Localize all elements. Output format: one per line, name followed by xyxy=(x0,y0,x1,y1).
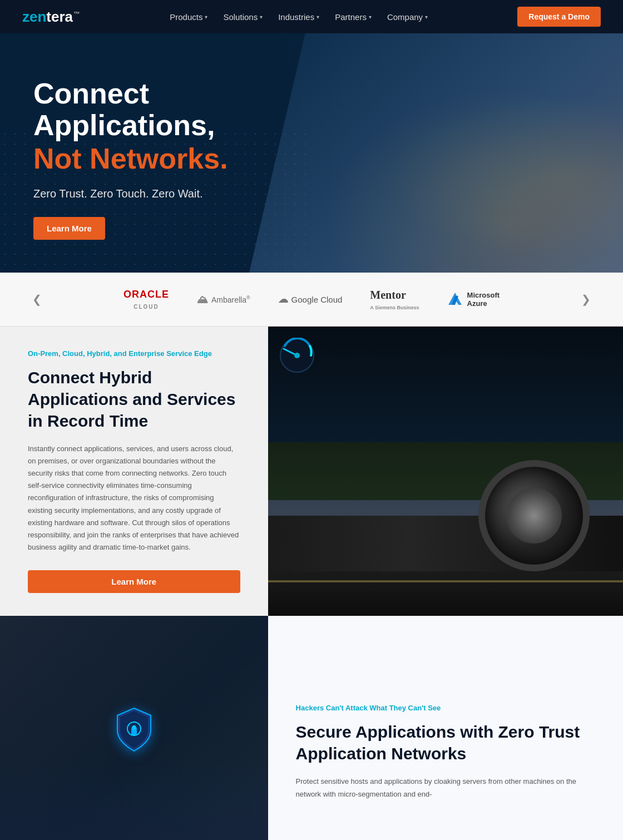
security-image xyxy=(0,616,268,840)
partner-oracle: ORACLE CLOUD xyxy=(123,289,169,310)
hero-learn-more-button[interactable]: Learn More xyxy=(33,217,105,240)
feature2-heading: Secure Applications with Zero Trust Appl… xyxy=(296,721,595,764)
logo[interactable]: zentera™ xyxy=(22,8,80,26)
logo-tera: tera xyxy=(46,8,73,25)
partners-next-button[interactable]: ❯ xyxy=(577,288,595,310)
partner-ambarella: ⛰ Ambarella® xyxy=(197,293,250,306)
chevron-down-icon: ▾ xyxy=(260,14,263,20)
cloud-icon: ☁ xyxy=(278,293,288,305)
svg-rect-17 xyxy=(131,729,137,735)
feature1-learn-more-button[interactable]: Learn More xyxy=(28,570,240,593)
feature2-section: Hackers Can't Attack What They Can't See… xyxy=(0,616,623,840)
hero-subtitle: Zero Trust. Zero Touch. Zero Wait. xyxy=(33,187,256,200)
navigation: zentera™ Products ▾ Solutions ▾ Industri… xyxy=(0,0,623,33)
svg-rect-16 xyxy=(132,725,136,730)
azure-icon xyxy=(447,291,463,307)
nav-industries[interactable]: Industries ▾ xyxy=(278,12,319,22)
hero-content: Connect Applications, Not Networks. Zero… xyxy=(0,33,289,273)
partner-mentor: Mentor A Siemens Business xyxy=(370,289,419,310)
logo-zen: zen xyxy=(22,8,46,25)
feature2-description: Protect sensitive hosts and applications… xyxy=(296,775,595,800)
nav-solutions[interactable]: Solutions ▾ xyxy=(223,12,263,22)
speedometer-icon xyxy=(279,338,315,374)
sky-background xyxy=(268,327,623,442)
hero-section: Connect Applications, Not Networks. Zero… xyxy=(0,33,623,273)
feature2-category: Hackers Can't Attack What They Can't See xyxy=(296,704,595,712)
hero-title-white: Connect Applications, xyxy=(33,78,256,141)
ambarella-mountain-icon: ⛰ xyxy=(197,293,208,306)
logo-trademark: ™ xyxy=(73,10,80,18)
feature1-content: On-Prem, Cloud, Hybrid, and Enterprise S… xyxy=(0,327,268,616)
chevron-down-icon: ▾ xyxy=(425,14,428,20)
feature2-image xyxy=(0,616,268,840)
feature1-heading: Connect Hybrid Applications and Services… xyxy=(28,367,240,432)
road xyxy=(268,571,623,616)
feature1-description: Instantly connect applications, services… xyxy=(28,443,240,554)
partner-google-cloud: ☁ Google Cloud xyxy=(278,293,343,305)
partner-microsoft-azure: Microsoft Azure xyxy=(447,291,500,308)
shield-icon xyxy=(112,705,156,755)
chevron-down-icon: ▾ xyxy=(317,14,319,20)
feature1-category: On-Prem, Cloud, Hybrid, and Enterprise S… xyxy=(28,349,240,358)
road-line xyxy=(268,580,623,582)
svg-point-3 xyxy=(294,353,300,358)
nav-links: Products ▾ Solutions ▾ Industries ▾ Part… xyxy=(170,12,428,22)
nav-partners[interactable]: Partners ▾ xyxy=(335,12,372,22)
car-wheel xyxy=(478,460,590,571)
partners-prev-button[interactable]: ❮ xyxy=(28,288,46,310)
car-graphic xyxy=(268,327,623,616)
speedometer-container xyxy=(279,338,315,376)
hero-title-orange: Not Networks. xyxy=(33,141,256,176)
feature2-content: Hackers Can't Attack What They Can't See… xyxy=(268,616,623,840)
request-demo-button[interactable]: Request a Demo xyxy=(517,7,601,27)
car-wheel-hub xyxy=(506,488,562,543)
feature1-image xyxy=(268,327,623,616)
nav-company[interactable]: Company ▾ xyxy=(387,12,428,22)
silhouettes xyxy=(0,775,268,840)
shield-icon-container xyxy=(112,705,156,758)
feature1-section: On-Prem, Cloud, Hybrid, and Enterprise S… xyxy=(0,327,623,616)
partners-logos: ORACLE CLOUD ⛰ Ambarella® ☁ Google Cloud… xyxy=(46,289,577,310)
partners-strip: ❮ ORACLE CLOUD ⛰ Ambarella® ☁ Google Clo… xyxy=(0,273,623,327)
chevron-down-icon: ▾ xyxy=(205,14,207,20)
nav-products[interactable]: Products ▾ xyxy=(170,12,207,22)
chevron-down-icon: ▾ xyxy=(369,14,372,20)
